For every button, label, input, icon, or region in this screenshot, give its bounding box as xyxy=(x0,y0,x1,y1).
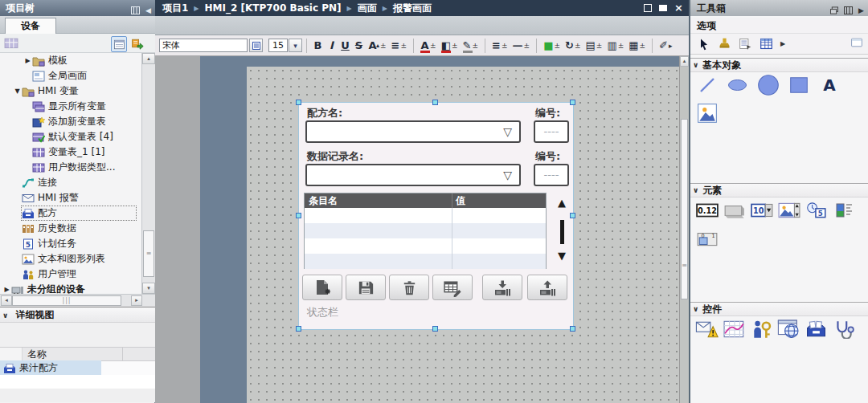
format-painter-button[interactable]: ✐▸ xyxy=(659,37,673,55)
tree-vertical-scrollbar[interactable]: ▴ ≡ ▾ xyxy=(141,53,155,294)
table-scroll-up-icon[interactable]: ▲ xyxy=(555,197,569,209)
delete-data-record-button[interactable] xyxy=(389,275,429,300)
fill-color-button[interactable]: ■± xyxy=(543,37,560,55)
upload-from-plc-button[interactable] xyxy=(527,275,567,300)
dock-icon[interactable] xyxy=(131,6,140,14)
recipe-entries-table[interactable]: 条目名 值 xyxy=(304,193,547,269)
close-window-icon[interactable]: × xyxy=(674,4,683,12)
tree-item[interactable]: 5计划任务 xyxy=(0,236,141,251)
table-scroll-thumb[interactable] xyxy=(560,220,564,244)
tree-item[interactable]: 历史数据 xyxy=(0,221,141,236)
tree-item[interactable]: 用户数据类型... xyxy=(0,160,141,175)
rectangle-tool[interactable] xyxy=(787,74,810,96)
text-field-tool[interactable]: A xyxy=(817,74,841,96)
selection-handle[interactable] xyxy=(296,100,301,105)
tree-item[interactable]: HMI 报警 xyxy=(0,190,141,206)
tree-item[interactable]: 文本和图形列表 xyxy=(0,251,141,267)
line-width-button[interactable]: —± xyxy=(513,37,530,55)
table-tool-icon[interactable] xyxy=(760,37,773,51)
tree-scroll-thumb[interactable]: ≡ xyxy=(143,230,154,277)
tree-expand-icon[interactable]: ▼ xyxy=(13,88,22,95)
tree-horizontal-scrollbar[interactable]: ◂ ||| ▸ xyxy=(0,294,155,307)
screen-canvas[interactable]: 配方名: ▽ 编号: ---- 数据记录名: ▽ 编号: ---- 条目名 值 xyxy=(155,56,689,403)
details-icon-icon[interactable] xyxy=(111,36,127,52)
recipe-name-dropdown[interactable]: ▽ xyxy=(305,120,521,143)
tree-item[interactable]: ▶未分组的设备 xyxy=(0,282,141,294)
selection-handle[interactable] xyxy=(570,213,575,218)
tree-item[interactable]: 全局画面 xyxy=(0,68,141,83)
font-list-icon[interactable] xyxy=(249,39,263,52)
bold-button[interactable]: B xyxy=(313,37,322,55)
alignment-button[interactable]: ≡± xyxy=(391,37,407,55)
float-window-icon[interactable] xyxy=(644,4,652,12)
expand-panel-icon[interactable]: ▶ xyxy=(858,2,864,18)
breadcrumb-item[interactable]: 项目1 xyxy=(162,2,188,15)
html-browser-tool[interactable] xyxy=(777,318,800,340)
ellipse-tool[interactable] xyxy=(726,74,749,96)
breadcrumb-item[interactable]: 画面 xyxy=(358,2,377,15)
canvas-vertical-scrollbar[interactable]: ▴ ≡ xyxy=(679,56,689,403)
border-color-button[interactable]: ✎± xyxy=(463,37,479,55)
download-to-plc-button[interactable] xyxy=(482,275,522,300)
selection-handle[interactable] xyxy=(432,100,438,105)
recipe-table-row[interactable] xyxy=(305,238,546,254)
scroll-up-icon[interactable]: ▴ xyxy=(680,56,689,67)
date-time-field-tool[interactable]: 5 xyxy=(805,199,828,221)
trend-view-tool[interactable] xyxy=(723,318,746,340)
switch-el-tool[interactable]: 01 xyxy=(695,227,719,249)
float-panel-icon[interactable] xyxy=(830,6,838,14)
tree-hscroll-thumb[interactable]: ||| xyxy=(12,295,121,306)
tab-devices[interactable]: 设备 xyxy=(5,18,56,35)
breadcrumb-item[interactable]: HMI_2 [KTP700 Basic PN] xyxy=(205,2,342,14)
selection-handle[interactable] xyxy=(296,213,301,218)
tree-expand-icon[interactable]: ▶ xyxy=(23,57,32,64)
strikethrough-button[interactable]: S xyxy=(354,37,363,55)
line-tool[interactable] xyxy=(695,74,719,96)
detail-view-row[interactable]: 果汁配方 xyxy=(0,361,155,375)
recipe-view-ctl-tool[interactable] xyxy=(805,318,828,340)
recipe-view-widget[interactable]: 配方名: ▽ 编号: ---- 数据记录名: ▽ 编号: ---- 条目名 值 xyxy=(299,103,573,329)
rename-data-record-button[interactable] xyxy=(432,275,473,300)
stamp-tool-icon[interactable] xyxy=(718,37,731,51)
underline-button[interactable]: U xyxy=(341,37,350,55)
graphic-io-field-tool[interactable] xyxy=(777,199,800,221)
cursor-tool-icon[interactable] xyxy=(698,37,710,51)
distribute-button[interactable]: ▦± xyxy=(628,37,645,55)
selection-handle[interactable] xyxy=(570,100,575,105)
export-icon-icon[interactable] xyxy=(130,36,145,51)
recipe-number-field[interactable]: ---- xyxy=(534,120,569,143)
font-size-dropdown-icon[interactable]: ▾ xyxy=(289,39,302,52)
more-tools-icon[interactable]: ▶ xyxy=(780,40,785,47)
recipe-table-row[interactable] xyxy=(305,208,546,223)
symbolic-io-field-tool[interactable]: 10 xyxy=(750,199,773,221)
save-data-record-button[interactable] xyxy=(346,275,386,300)
breadcrumb-item[interactable]: 报警画面 xyxy=(393,2,432,15)
recipe-table-row[interactable] xyxy=(305,223,546,238)
scroll-left-icon[interactable]: ◂ xyxy=(1,295,12,306)
section-controls[interactable]: ∨ 控件 xyxy=(690,302,868,316)
graphic-view-tool[interactable] xyxy=(695,102,719,124)
scroll-up-icon[interactable]: ▴ xyxy=(142,53,155,64)
user-view-tool[interactable] xyxy=(750,318,773,340)
record-name-dropdown[interactable]: ▽ xyxy=(305,164,521,186)
io-field-tool[interactable]: 0.12 xyxy=(695,199,719,221)
maximize-window-icon[interactable] xyxy=(659,5,667,11)
background-color-button[interactable]: ◧± xyxy=(441,37,458,55)
selection-handle[interactable] xyxy=(296,326,301,332)
tree-item[interactable]: ▼HMI 变量 xyxy=(0,83,141,99)
table-scroll-down-icon[interactable]: ▼ xyxy=(555,250,569,262)
tree-expand-icon[interactable]: ▶ xyxy=(2,286,11,293)
canvas-scroll-thumb[interactable]: ≡ xyxy=(681,119,688,299)
scroll-down-icon[interactable]: ▾ xyxy=(142,283,155,294)
section-elements[interactable]: ∨ 元素 xyxy=(690,183,868,197)
font-size-input[interactable]: 15 xyxy=(268,39,288,52)
tree-item[interactable]: 配方 xyxy=(0,206,141,221)
circle-tool[interactable] xyxy=(756,74,780,96)
tree-item[interactable]: 变量表_1 [1] xyxy=(0,145,141,160)
bar-el-tool[interactable] xyxy=(832,199,855,221)
rotation-button[interactable]: ↻± xyxy=(565,37,581,55)
tree-item[interactable]: 用户管理 xyxy=(0,267,141,282)
font-color-button[interactable]: A± xyxy=(420,37,436,55)
softkey-tool-icon[interactable] xyxy=(739,37,752,51)
tree-item[interactable]: 显示所有变量 xyxy=(0,99,141,114)
